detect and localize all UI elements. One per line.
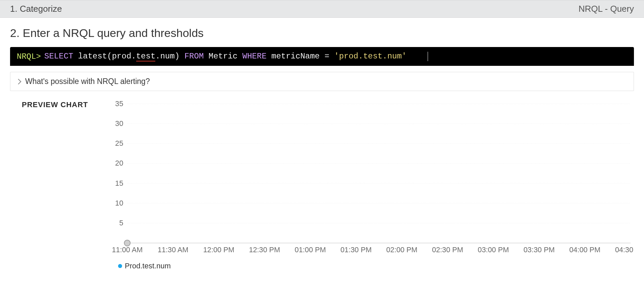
token-type: Metric — [209, 52, 237, 61]
legend-dot-icon — [118, 264, 122, 268]
token-where: WHERE — [243, 52, 267, 61]
text-cursor — [428, 52, 428, 61]
svg-text:01:00 PM: 01:00 PM — [295, 246, 326, 254]
token-string: 'prod.test.num' — [334, 52, 407, 61]
svg-text:03:30 PM: 03:30 PM — [524, 246, 555, 254]
svg-text:03:00 PM: 03:00 PM — [478, 246, 509, 254]
svg-text:04:30 PM: 04:30 PM — [615, 246, 634, 254]
token-eq: = — [324, 52, 329, 61]
svg-text:10: 10 — [115, 199, 123, 207]
token-ident-error: test — [136, 52, 156, 61]
svg-point-27 — [124, 240, 130, 246]
svg-text:20: 20 — [115, 159, 123, 168]
token-select: SELECT — [44, 52, 73, 61]
svg-text:30: 30 — [115, 119, 123, 128]
svg-text:11:00 AM: 11:00 AM — [112, 246, 143, 254]
svg-text:01:30 PM: 01:30 PM — [340, 246, 372, 254]
nrql-query-input[interactable]: NRQL> SELECT latest(prod.test.num) FROM … — [10, 47, 634, 66]
chart-legend: Prod.test.num — [111, 262, 634, 270]
nrql-help-expander[interactable]: What's possible with NRQL alerting? — [10, 72, 634, 91]
svg-text:12:00 PM: 12:00 PM — [203, 246, 234, 254]
chevron-right-icon — [16, 79, 21, 84]
svg-text:02:30 PM: 02:30 PM — [432, 246, 463, 254]
step-2-title: 2. Enter a NRQL query and thresholds — [0, 18, 644, 47]
top-bar: 1. Categorize NRQL - Query — [0, 0, 644, 18]
expander-label: What's possible with NRQL alerting? — [25, 77, 150, 86]
svg-text:25: 25 — [115, 139, 123, 147]
step-1-label[interactable]: 1. Categorize — [10, 4, 62, 14]
query-prompt: NRQL> — [17, 52, 41, 61]
token-from: FROM — [184, 52, 204, 61]
svg-text:15: 15 — [115, 179, 123, 187]
token-func: latest( — [78, 52, 112, 61]
mode-label: NRQL - Query — [579, 4, 634, 14]
preview-chart: 510152025303511:00 AM11:30 AM12:00 PM12:… — [111, 100, 634, 270]
svg-text:11:30 AM: 11:30 AM — [158, 246, 189, 254]
svg-text:35: 35 — [115, 100, 123, 108]
token-column: metricName — [271, 52, 320, 61]
svg-text:04:00 PM: 04:00 PM — [569, 246, 600, 254]
svg-text:12:30 PM: 12:30 PM — [249, 246, 280, 254]
preview-chart-label: PREVIEW CHART — [10, 100, 111, 109]
legend-series-label: Prod.test.num — [125, 262, 171, 270]
svg-text:5: 5 — [119, 219, 123, 227]
svg-text:02:00 PM: 02:00 PM — [386, 246, 417, 254]
